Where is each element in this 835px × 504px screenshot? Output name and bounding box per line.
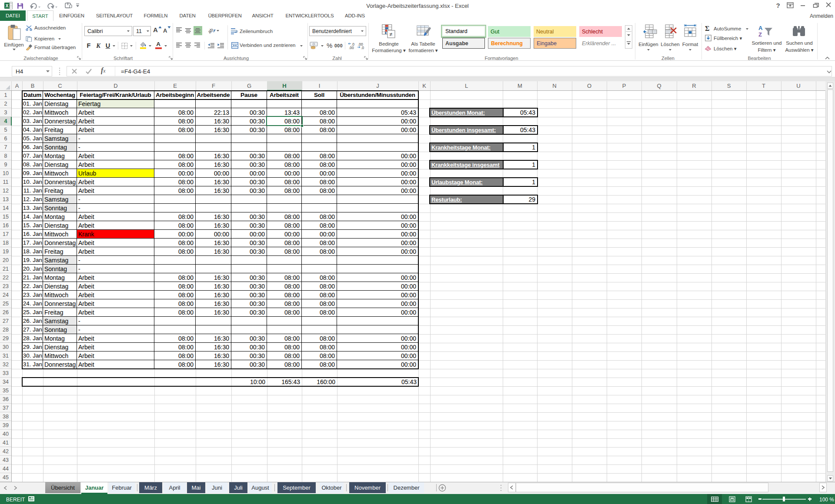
svg-text:ab: ab [208, 27, 214, 34]
svg-text:A: A [758, 25, 763, 31]
svg-text:≠: ≠ [390, 31, 393, 37]
svg-text:,0: ,0 [361, 46, 364, 50]
svg-text:,00: ,00 [349, 46, 354, 50]
svg-text:X: X [6, 3, 9, 8]
svg-text:Z: Z [758, 31, 762, 37]
